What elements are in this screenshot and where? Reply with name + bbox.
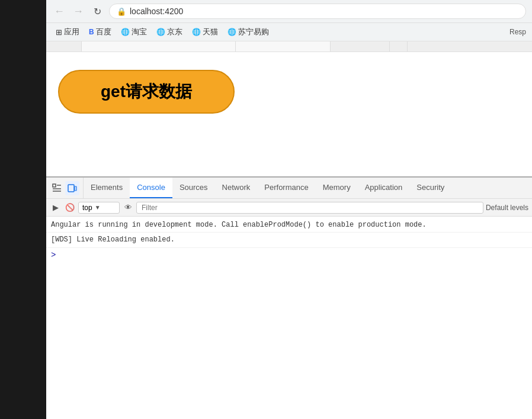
left-sidebar (0, 0, 46, 419)
tab-network[interactable]: Network (215, 178, 258, 198)
lock-icon: 🔒 (117, 7, 126, 16)
console-block-button[interactable]: 🚫 (64, 202, 76, 214)
baidu-icon: B (89, 28, 94, 36)
bookmark-taobao[interactable]: 🌐 淘宝 (117, 25, 150, 38)
context-dropdown-icon: ▼ (95, 204, 101, 211)
svg-rect-0 (53, 184, 56, 187)
devtools-panel: Elements Console Sources Network Perform… (46, 176, 532, 419)
console-line-1: Angular is running in development mode. … (46, 218, 532, 233)
jd-icon: 🌐 (156, 28, 165, 36)
console-prompt-line[interactable]: > (46, 248, 532, 262)
console-output: Angular is running in development mode. … (46, 217, 532, 419)
console-line-2: [WDS] Live Reloading enabled. (46, 233, 532, 247)
svg-rect-5 (75, 186, 76, 191)
context-value: top (82, 204, 92, 212)
taobao-icon: 🌐 (121, 28, 130, 36)
resp-label: Resp (509, 28, 526, 36)
tab-memory[interactable]: Memory (316, 178, 358, 198)
bookmark-jd[interactable]: 🌐 京东 (153, 25, 186, 38)
apps-icon: ⊞ (56, 28, 62, 37)
tab-application[interactable]: Application (358, 178, 410, 198)
tmall-label: 天猫 (203, 27, 218, 37)
console-toolbar: ▶ 🚫 top ▼ 👁 Default levels (46, 199, 532, 217)
tab-elements[interactable]: Elements (84, 178, 130, 198)
bookmarks-bar: ⊞ 应用 B 百度 🌐 淘宝 🌐 京东 🌐 天猫 🌐 苏宁易购 (46, 23, 532, 41)
taobao-label: 淘宝 (132, 27, 147, 37)
tab-performance[interactable]: Performance (257, 178, 315, 198)
devtools-icons (46, 178, 84, 198)
baidu-label: 百度 (96, 27, 111, 37)
suning-icon: 🌐 (227, 28, 236, 36)
bookmark-baidu[interactable]: B 百度 (85, 25, 115, 38)
bookmark-apps[interactable]: ⊞ 应用 (52, 25, 83, 38)
tab-sources[interactable]: Sources (172, 178, 215, 198)
jd-label: 京东 (167, 27, 182, 37)
svg-rect-4 (68, 185, 74, 192)
bookmark-suning[interactable]: 🌐 苏宁易购 (224, 25, 273, 38)
back-button[interactable]: ← (52, 4, 66, 18)
console-filter-input[interactable] (136, 202, 483, 214)
suning-label: 苏宁易购 (238, 27, 269, 37)
tmall-icon: 🌐 (192, 28, 201, 36)
apps-label: 应用 (64, 27, 79, 37)
context-selector[interactable]: top ▼ (78, 202, 120, 214)
devtools-tabbar: Elements Console Sources Network Perform… (46, 178, 532, 199)
devtools-device-icon[interactable] (65, 181, 79, 195)
devtools-inspect-icon[interactable] (50, 181, 64, 195)
bookmark-tmall[interactable]: 🌐 天猫 (188, 25, 222, 38)
address-bar[interactable]: 🔒 localhost:4200 (109, 4, 526, 19)
prompt-symbol: > (51, 250, 56, 260)
forward-button[interactable]: → (71, 4, 85, 18)
console-eye-button[interactable]: 👁 (122, 202, 134, 214)
get-request-button[interactable]: get请求数据 (58, 70, 235, 114)
reload-button[interactable]: ↻ (90, 4, 104, 18)
page-content: get请求数据 (46, 52, 532, 176)
tab-security[interactable]: Security (409, 178, 451, 198)
nav-bar: ← → ↻ 🔒 localhost:4200 (46, 0, 532, 23)
default-levels-label: Default levels (486, 204, 528, 212)
url-text: localhost:4200 (130, 7, 183, 16)
console-clear-button[interactable]: ▶ (50, 202, 62, 214)
browser-window: ← → ↻ 🔒 localhost:4200 ⊞ 应用 B 百度 🌐 淘宝 (46, 0, 532, 419)
tab-console[interactable]: Console (130, 178, 172, 198)
measurement-strip (46, 41, 532, 52)
